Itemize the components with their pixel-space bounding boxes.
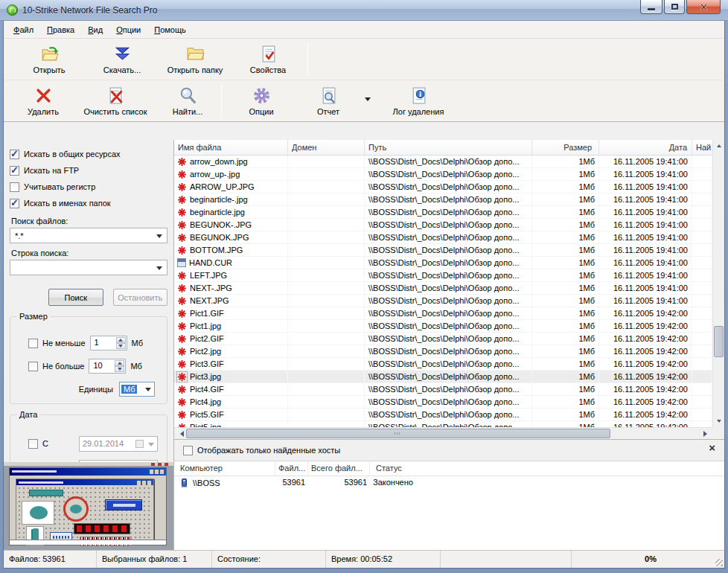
column-header-total-files[interactable]: Всего файл... — [308, 461, 370, 476]
download-button[interactable]: Скачать... — [86, 41, 159, 78]
column-header-filename[interactable]: Имя файла — [174, 140, 288, 155]
file-mask-combobox[interactable]: *.* — [10, 228, 167, 243]
table-row[interactable]: Pict1.GIF\\BOSS\Distr\_Docs\Delphi\Обзор… — [174, 307, 712, 320]
table-row[interactable]: Pict4.jpg\\BOSS\Distr\_Docs\Delphi\Обзор… — [174, 396, 712, 409]
close-button[interactable] — [686, 0, 721, 14]
file-domain — [288, 371, 365, 382]
table-row[interactable]: beginarticle.jpg\\BOSS\Distr\_Docs\Delph… — [174, 206, 712, 219]
host-row[interactable]: \\BOSS5396153961Закончено — [174, 476, 724, 490]
open-button[interactable]: Открыть — [13, 41, 86, 78]
search-string-combobox[interactable] — [10, 260, 167, 275]
image-file-icon — [177, 296, 187, 306]
checkbox-search-folder-names[interactable]: Искать в именах папок — [10, 195, 167, 211]
table-row[interactable]: Pict4.GIF\\BOSS\Distr\_Docs\Delphi\Обзор… — [174, 383, 712, 396]
min-size-stepper[interactable]: 1 — [90, 336, 127, 350]
table-row[interactable]: arrow_up-.jpg\\BOSS\Distr\_Docs\Delphi\О… — [174, 168, 712, 181]
find-button[interactable]: Найти... — [157, 83, 218, 120]
scroll-up-icon[interactable] — [713, 140, 724, 152]
scroll-left-icon[interactable] — [174, 428, 186, 439]
spin-down-icon[interactable] — [116, 343, 126, 349]
close-panel-icon[interactable]: × — [709, 442, 715, 453]
scroll-down-icon[interactable] — [713, 415, 724, 427]
file-name: Pict2.jpg — [190, 345, 221, 357]
options-button[interactable]: Опции — [225, 83, 298, 120]
column-header-status[interactable]: Статус — [370, 461, 724, 476]
menu-options[interactable]: Опции — [109, 23, 147, 36]
properties-button[interactable]: Свойства — [232, 41, 304, 78]
column-header-path[interactable]: Путь — [365, 140, 532, 155]
column-header-computer[interactable]: Компьютер — [174, 461, 275, 476]
menu-view[interactable]: Вид — [81, 23, 109, 36]
clear-list-button[interactable]: Очистить список — [74, 83, 157, 120]
checkbox-search-ftp[interactable]: Искать на FTP — [10, 162, 167, 179]
show-found-hosts-checkbox[interactable] — [183, 446, 193, 455]
deletion-log-button[interactable]: Лог удаления — [377, 83, 460, 120]
spin-up-icon[interactable] — [115, 360, 124, 366]
table-row[interactable]: NEXT.JPG\\BOSS\Distr\_Docs\Delphi\Обзор … — [174, 295, 712, 307]
column-header-files[interactable]: Файл... — [275, 461, 308, 476]
chevron-down-icon[interactable] — [156, 234, 162, 241]
table-row[interactable]: ARROW_UP.JPG\\BOSS\Distr\_Docs\Delphi\Об… — [174, 181, 712, 193]
units-combobox[interactable]: Мб — [119, 382, 155, 397]
min-size-checkbox[interactable] — [28, 339, 38, 348]
scroll-right-icon[interactable] — [700, 428, 712, 439]
title-bar[interactable]: 10-Strike Network File Search Pro — [0, 0, 728, 21]
open-folder-button[interactable]: Открыть папку — [159, 41, 232, 78]
file-path: \\BOSS\Distr\_Docs\Delphi\Обзор допо... — [365, 295, 532, 307]
table-row[interactable]: BEGUNOK-.JPG\\BOSS\Distr\_Docs\Delphi\Об… — [174, 219, 712, 231]
table-row[interactable]: Pict1.jpg\\BOSS\Distr\_Docs\Delphi\Обзор… — [174, 320, 712, 333]
menu-file[interactable]: Файл — [7, 23, 40, 36]
max-size-stepper[interactable]: 10 — [89, 359, 126, 374]
table-row[interactable]: Pict5.jpg\\BOSS\Distr\_Docs\Delphi\Обзор… — [174, 421, 712, 427]
column-header-found[interactable]: Най — [692, 140, 712, 155]
table-row[interactable]: Pict5.GIF\\BOSS\Distr\_Docs\Delphi\Обзор… — [174, 409, 712, 421]
table-row[interactable]: LEFT.JPG\\BOSS\Distr\_Docs\Delphi\Обзор … — [174, 269, 712, 282]
checkbox-search-shares[interactable]: Искать в общих ресурсах — [10, 146, 167, 162]
file-size: 1Мб — [532, 219, 599, 231]
spin-down-icon[interactable] — [115, 366, 124, 372]
horizontal-scroll-thumb[interactable] — [186, 429, 610, 438]
max-size-checkbox[interactable] — [28, 362, 38, 371]
minimize-button[interactable] — [640, 0, 662, 14]
spin-up-icon[interactable] — [116, 337, 126, 343]
table-row[interactable]: NEXT-.JPG\\BOSS\Distr\_Docs\Delphi\Обзор… — [174, 282, 712, 295]
maximize-button[interactable] — [664, 0, 685, 14]
table-row[interactable]: Pict3.GIF\\BOSS\Distr\_Docs\Delphi\Обзор… — [174, 358, 712, 371]
report-button[interactable]: Отчет — [298, 83, 359, 120]
checkbox-icon[interactable] — [10, 199, 19, 208]
file-size: 1Мб — [532, 181, 599, 193]
file-domain — [288, 409, 365, 420]
menu-help[interactable]: Помощь — [147, 23, 193, 36]
checkbox-icon[interactable] — [10, 166, 19, 176]
table-row[interactable]: Pict2.GIF\\BOSS\Distr\_Docs\Delphi\Обзор… — [174, 333, 712, 345]
table-row[interactable]: BOTTOM.JPG\\BOSS\Distr\_Docs\Delphi\Обзо… — [174, 244, 712, 257]
checkbox-icon[interactable] — [10, 150, 19, 159]
table-row[interactable]: beginarticle-.jpg\\BOSS\Distr\_Docs\Delp… — [174, 193, 712, 206]
chevron-down-icon[interactable] — [145, 388, 151, 394]
report-dropdown-icon[interactable] — [365, 97, 371, 104]
chevron-down-icon[interactable] — [156, 266, 162, 273]
size-groupbox: Размер Не меньше 1 Мб Не больше — [10, 316, 167, 404]
vertical-scroll-thumb[interactable] — [714, 326, 724, 357]
image-file-icon — [177, 347, 187, 356]
column-header-domain[interactable]: Домен — [288, 140, 365, 155]
horizontal-scrollbar[interactable] — [174, 427, 712, 439]
delete-button[interactable]: Удалить — [13, 83, 74, 120]
table-row[interactable]: Pict3.jpg\\BOSS\Distr\_Docs\Delphi\Обзор… — [174, 371, 712, 383]
checkbox-icon[interactable] — [10, 182, 19, 192]
vertical-scrollbar[interactable] — [712, 140, 724, 427]
show-found-hosts-row[interactable]: Отображать только найденные хосты — [183, 442, 340, 458]
search-button[interactable]: Поиск — [48, 289, 103, 306]
table-row[interactable]: HAND.CUR\\BOSS\Distr\_Docs\Delphi\Обзор … — [174, 257, 712, 269]
column-header-date[interactable]: Дата — [599, 140, 692, 155]
image-file-icon — [177, 309, 187, 318]
column-header-size[interactable]: Размер — [532, 140, 599, 155]
checkbox-case-sensitive[interactable]: Учитывать регистр — [10, 179, 167, 195]
table-row[interactable]: BEGUNOK.JPG\\BOSS\Distr\_Docs\Delphi\Обз… — [174, 231, 712, 244]
date-from-checkbox[interactable] — [28, 439, 38, 449]
file-domain — [288, 269, 365, 281]
options-label: Опции — [249, 107, 273, 116]
menu-edit[interactable]: Правка — [40, 23, 81, 36]
table-row[interactable]: arrow_down.jpg\\BOSS\Distr\_Docs\Delphi\… — [174, 156, 712, 168]
table-row[interactable]: Pict2.jpg\\BOSS\Distr\_Docs\Delphi\Обзор… — [174, 345, 712, 358]
